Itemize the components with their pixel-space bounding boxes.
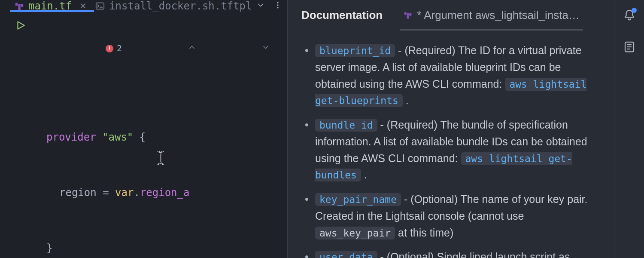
svg-rect-3 — [18, 7, 21, 10]
doc-tab-bar: Documentation * Argument aws_lightsail_i… — [288, 0, 614, 30]
terraform-icon — [15, 1, 24, 11]
arg-name: user_data — [315, 251, 377, 258]
svg-point-7 — [277, 7, 278, 8]
more-icon[interactable] — [273, 1, 282, 11]
documentation-pane: Documentation * Argument aws_lightsail_i… — [288, 0, 614, 258]
run-icon[interactable] — [15, 20, 26, 258]
svg-rect-2 — [21, 4, 23, 6]
doc-list: blueprint_id - (Required) The ID for a v… — [303, 42, 598, 258]
editor-gutter — [0, 12, 41, 258]
arg-name: bundle_id — [315, 119, 377, 132]
code-area[interactable]: ! 2 provider "aws" { region = var.region… — [41, 12, 287, 258]
chevron-down-icon[interactable] — [256, 1, 265, 11]
error-icon: ! — [106, 45, 113, 52]
tab-overflow-controls — [256, 1, 282, 11]
doc-tab-label: * Argument aws_lightsail_insta… — [417, 9, 580, 22]
editor-pane: main.tf ✕ install_docker.sh.tftpl — [0, 0, 288, 258]
svg-point-5 — [277, 2, 278, 3]
editor-tab-bar: main.tf ✕ install_docker.sh.tftpl — [0, 0, 287, 12]
tab-main-tf[interactable]: main.tf ✕ — [10, 0, 91, 12]
svg-rect-1 — [18, 4, 21, 6]
inline-code: aws_key_pair — [315, 227, 395, 240]
notifications-button[interactable] — [623, 9, 636, 23]
editor-body: ! 2 provider "aws" { region = var.region… — [0, 12, 287, 258]
svg-rect-8 — [404, 12, 407, 15]
svg-rect-0 — [15, 3, 18, 6]
right-rail — [614, 0, 644, 258]
doc-item-blueprint-id: blueprint_id - (Required) The ID for a v… — [303, 42, 598, 109]
doc-item-bundle-id: bundle_id - (Required) The bundle of spe… — [303, 117, 598, 183]
terraform-icon — [403, 10, 413, 20]
svg-rect-11 — [407, 16, 409, 19]
svg-rect-9 — [407, 13, 409, 16]
svg-point-6 — [277, 4, 278, 6]
reader-mode-button[interactable] — [623, 40, 636, 55]
doc-body[interactable]: blueprint_id - (Required) The ID for a v… — [288, 30, 614, 258]
tab-label: install_docker.sh.tftpl — [109, 0, 252, 12]
notification-dot — [632, 8, 637, 13]
doc-tab-argument[interactable]: * Argument aws_lightsail_insta… — [401, 1, 581, 30]
doc-tab-label: Documentation — [301, 9, 383, 22]
arg-name: key_pair_name — [315, 193, 401, 206]
svg-rect-10 — [410, 13, 412, 16]
terminal-icon — [95, 1, 105, 11]
doc-item-user-data: user_data - (Optional) Single lined laun… — [303, 249, 598, 258]
error-count: 2 — [117, 39, 122, 58]
close-icon[interactable]: ✕ — [79, 1, 87, 11]
doc-item-key-pair-name: key_pair_name - (Optional) The name of y… — [303, 191, 598, 241]
document-icon — [623, 40, 636, 53]
tab-install-docker[interactable]: install_docker.sh.tftpl — [91, 0, 256, 12]
error-badge[interactable]: ! 2 — [106, 21, 270, 76]
chevron-up-icon[interactable] — [125, 21, 196, 76]
chevron-down-icon[interactable] — [200, 21, 270, 76]
arg-name: blueprint_id — [315, 44, 395, 57]
svg-rect-4 — [96, 3, 104, 9]
doc-tab-documentation[interactable]: Documentation — [300, 1, 384, 30]
tab-label: main.tf — [28, 0, 72, 12]
